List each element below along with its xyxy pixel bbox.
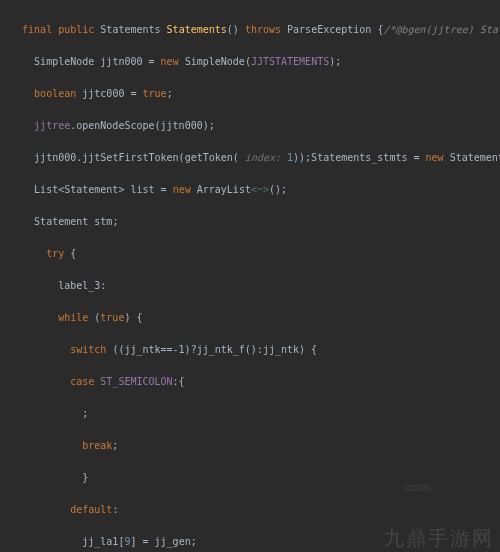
- return-type: Statements: [100, 24, 160, 35]
- exception-type: ParseException: [287, 24, 371, 35]
- code-line: default:: [10, 502, 500, 518]
- kw-default: default: [70, 504, 112, 515]
- kw-public: public: [58, 24, 94, 35]
- code-line: Statement stm;: [10, 214, 500, 230]
- comment: /*@bgen(jjtree) Statements */: [383, 24, 500, 35]
- code-line: try {: [10, 246, 500, 262]
- method-name: Statements: [167, 24, 227, 35]
- true-literal: true: [143, 88, 167, 99]
- num-literal: 9: [124, 536, 130, 547]
- kw-break: break: [82, 440, 112, 451]
- call: openNodeScope: [76, 120, 154, 131]
- code-line: SimpleNode jjtn000 = new SimpleNode(JJTS…: [10, 54, 500, 70]
- kw-switch: switch: [70, 344, 106, 355]
- kw-final: final: [22, 24, 52, 35]
- kw-throws: throws: [245, 24, 281, 35]
- code-line: switch ((jj_ntk==-1)?jj_ntk_f():jj_ntk) …: [10, 342, 500, 358]
- code-line: boolean jjtc000 = true;: [10, 86, 500, 102]
- var: jjtc000: [82, 88, 124, 99]
- code-line: while (true) {: [10, 310, 500, 326]
- var: jjtn000: [100, 56, 142, 67]
- code-line: jjtree.openNodeScope(jjtn000);: [10, 118, 500, 134]
- kw-try: try: [46, 248, 64, 259]
- code-line: break;: [10, 438, 500, 454]
- code-line: final public Statements Statements() thr…: [10, 22, 500, 38]
- label: label_3:: [58, 280, 106, 291]
- kw-while: while: [58, 312, 88, 323]
- code-line: }: [10, 470, 500, 486]
- kw-new: new: [161, 56, 179, 67]
- field: jjtree: [34, 120, 70, 131]
- num-literal: 1: [287, 152, 293, 163]
- call: jjtSetFirstToken: [82, 152, 178, 163]
- kw-case: case: [70, 376, 94, 387]
- code-line: jj_la1[9] = jj_gen;: [10, 534, 500, 550]
- code-line: case ST_SEMICOLON:{: [10, 374, 500, 390]
- code-line: List<Statement> list = new ArrayList<~>(…: [10, 182, 500, 198]
- diamond-op: <~>: [251, 184, 269, 195]
- code-line: label_3:: [10, 278, 500, 294]
- const-arg: JJTSTATEMENTS: [251, 56, 329, 67]
- ctor: SimpleNode: [185, 56, 245, 67]
- param-label: index:: [245, 152, 281, 163]
- code-line: ;: [10, 406, 500, 422]
- case-const: ST_SEMICOLON: [100, 376, 172, 387]
- kw-boolean: boolean: [34, 88, 76, 99]
- type: SimpleNode: [34, 56, 94, 67]
- code-editor[interactable]: final public Statements Statements() thr…: [0, 0, 500, 552]
- code-line: jjtn000.jjtSetFirstToken(getToken( index…: [10, 150, 500, 166]
